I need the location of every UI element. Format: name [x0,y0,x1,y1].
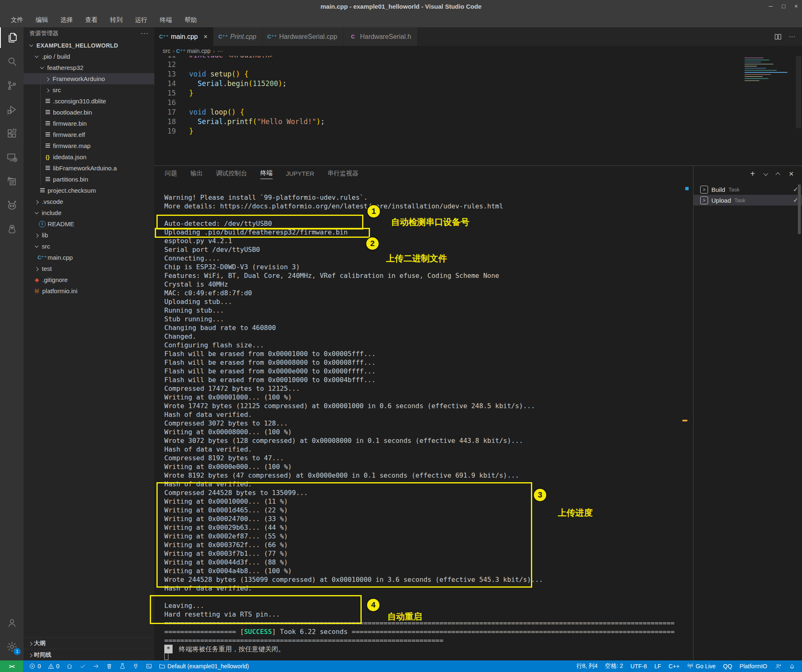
tree-item-idedata.json[interactable]: {}idedata.json [24,151,154,163]
minimize-icon[interactable]: ─ [768,3,773,10]
annotation-number-4: 4 [366,598,380,612]
activity-source-control[interactable] [0,75,24,96]
tab-close-icon[interactable]: × [204,33,207,41]
json-icon: {} [44,154,51,160]
status-item-home[interactable] [66,663,73,670]
file-icon [44,98,51,105]
panel-tab-终端[interactable]: 终端 [260,169,273,179]
tree-item-libframeworkarduino.a[interactable]: libFrameworkArduino.a [24,163,154,174]
status-item--C++[interactable]: C++ [669,663,680,670]
status-item-error-0[interactable]: 0 [29,663,41,670]
menu-转到[interactable]: 转到 [105,14,127,26]
tab-hardwareserial.h[interactable]: CHardwareSerial.h [343,27,418,46]
tree-item-.gitignore[interactable]: ◆.gitignore [24,274,154,285]
status-item-arrow[interactable] [93,663,99,670]
tree-item-partitions.bin[interactable]: partitions.bin [24,174,154,185]
menu-选择[interactable]: 选择 [55,14,78,26]
panel-tab-调试控制台[interactable]: 调试控制台 [216,170,247,179]
panel-tab-问题[interactable]: 问题 [165,170,177,179]
status-item-broadcast-Go-Live[interactable]: Go Live [687,663,716,670]
editor-more-actions-icon[interactable]: ··· [789,33,795,41]
status-item-check[interactable] [79,663,86,670]
sidebar-section-大纲[interactable]: 大纲 [24,637,154,649]
tree-item-lib[interactable]: lib [24,230,154,241]
remote-explorer-icon [6,152,18,163]
status-item-warning-0[interactable]: 0 [48,663,60,670]
tree-item-readme[interactable]: iREADME [24,218,154,230]
tab-main.cpp[interactable]: C⁺⁺main.cpp× [154,27,214,46]
activity-explorer[interactable] [0,27,24,48]
menu-运行[interactable]: 运行 [130,14,152,26]
explorer-more-actions-icon[interactable]: ··· [141,30,149,37]
terminal-separator: ========================================… [164,636,675,645]
status-item-terminal-box[interactable] [146,663,152,670]
code-editor[interactable]: 11#include <Arduino.h>1213void setup() {… [154,56,802,165]
activity-extensions[interactable] [0,123,24,144]
breadcrumb-item-src[interactable]: src [163,48,170,54]
breadcrumb-more[interactable]: ··· [217,48,223,54]
status-item--PlatformIO[interactable]: PlatformIO [740,663,767,670]
tab-print.cpp[interactable]: C⁺⁺Print.cpp [214,27,262,46]
task-upload[interactable]: >UploadTask✓ [694,195,802,206]
menu-编辑[interactable]: 编辑 [31,14,53,26]
task-suffix: Task [728,187,740,193]
panel-tab-输出[interactable]: 输出 [190,170,203,179]
status-item--行8-列4[interactable]: 行8, 列4 [576,662,598,670]
breadcrumb[interactable]: src›C⁺⁺main.cpp›··· [154,46,802,56]
tree-item-main.cpp[interactable]: C⁺⁺main.cpp [24,252,154,263]
close-icon[interactable]: × [795,3,798,10]
activity-linux-penguin[interactable] [0,219,24,240]
tree-item-src[interactable]: src [24,84,154,96]
tree-item-bootloader.bin[interactable]: bootloader.bin [24,107,154,118]
minimap[interactable] [744,57,788,82]
activity-remote-explorer[interactable] [0,147,24,168]
activity-project-tasks[interactable] [0,171,24,192]
tree-item-firmware.map[interactable]: firmware.map [24,140,154,151]
remote-indicator[interactable]: >< [0,660,23,672]
status-item-trash[interactable] [106,663,113,670]
status-item--空格-2[interactable]: 空格: 2 [605,662,623,670]
maximize-icon[interactable]: □ [782,3,785,10]
panel-scrollbar[interactable] [798,184,801,234]
tree-item-.pio-build[interactable]: .pio / build [24,51,154,62]
tree-item-.vscode[interactable]: .vscode [24,196,154,207]
panel-tab-JUPYTER[interactable]: JUPYTER [286,170,314,179]
status-item--QQ[interactable]: QQ [723,663,732,670]
status-item--UTF-8[interactable]: UTF-8 [631,663,647,670]
tree-item-project.checksum[interactable]: project.checksum [24,185,154,196]
editor-scrollbar[interactable] [796,56,801,128]
status-item-person[interactable] [775,663,781,670]
status-item-folder-Default-example01-helloworld-[interactable]: Default (example01_helloworld) [159,663,249,670]
tree-item-platformio.ini[interactable]: platformio.ini [24,285,154,297]
tree-item-test[interactable]: test [24,263,154,274]
tree-item-firmware.bin[interactable]: firmware.bin [24,118,154,129]
status-item-flask[interactable] [119,663,126,670]
status-item-bell[interactable] [789,663,795,670]
menu-查看[interactable]: 查看 [80,14,103,26]
activity-run-debug[interactable] [0,99,24,120]
panel-tab-串行监视器[interactable]: 串行监视器 [327,170,358,179]
tab-hardwareserial.cpp[interactable]: C⁺⁺HardwareSerial.cpp [262,27,343,46]
explorer-icon [7,32,18,43]
menu-帮助[interactable]: 帮助 [180,14,202,26]
status-item-plug[interactable] [132,663,139,670]
menu-文件[interactable]: 文件 [6,14,28,26]
activity-settings[interactable]: 1 [0,636,24,657]
status-item--LF[interactable]: LF [654,663,661,670]
tree-item-featheresp32[interactable]: featheresp32 [24,62,154,73]
tree-item-firmware.elf[interactable]: firmware.elf [24,129,154,140]
menu-终端[interactable]: 终端 [155,14,177,26]
tree-item-.sconsign310.dblite[interactable]: .sconsign310.dblite [24,96,154,107]
activity-search[interactable] [0,51,24,72]
tree-item-frameworkarduino[interactable]: FrameworkArduino [24,73,154,84]
tree-item-include[interactable]: include [24,207,154,218]
tree-item-label: .vscode [42,198,63,205]
activity-accounts[interactable] [0,612,24,633]
tree-item-label: firmware.elf [53,131,85,138]
tree-item-example01-helloworld[interactable]: EXAMPLE01_HELLOWORLD [24,40,154,51]
breadcrumb-item-main.cpp[interactable]: main.cpp [187,48,211,54]
activity-platformio[interactable] [0,195,24,216]
tree-item-src[interactable]: src [24,241,154,252]
task-build[interactable]: >BuildTask✓ [694,184,802,195]
sidebar-section-时间线[interactable]: 时间线 [24,649,154,660]
